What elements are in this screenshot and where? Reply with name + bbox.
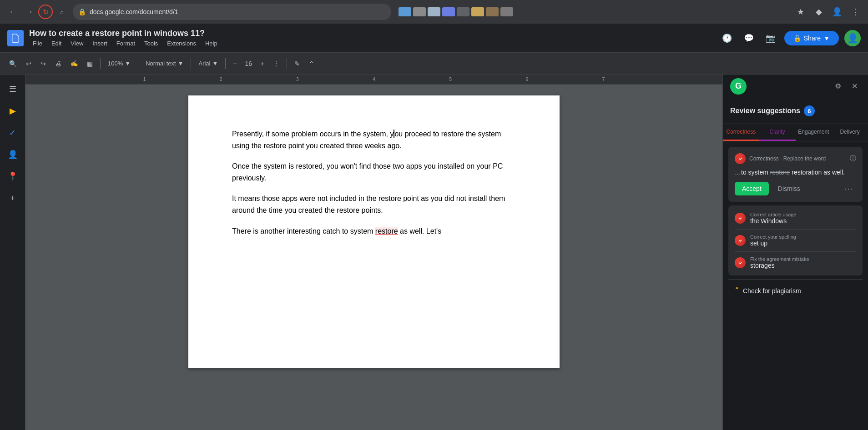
menu-format[interactable]: Format [113, 39, 139, 48]
menu-help[interactable]: Help [202, 39, 221, 48]
document-scroll-area[interactable]: Presently, if some problem occurs in the… [25, 85, 722, 430]
refresh-button[interactable]: ↻ [38, 5, 53, 19]
swatch-5 [457, 7, 469, 16]
mini-label-1: Correct article usage [750, 212, 856, 217]
grammarly-settings-button[interactable]: ⚙ [832, 80, 844, 93]
spellcheck-button[interactable]: ✍ [67, 56, 81, 71]
swatch-4 [442, 7, 455, 16]
chevron-up-button[interactable]: ⌃ [305, 56, 318, 71]
review-section: Review suggestions 6 [723, 98, 868, 124]
bookmark-button[interactable]: ★ [793, 5, 808, 19]
mini-icon-2 [735, 235, 746, 246]
menu-file[interactable]: File [29, 39, 46, 48]
redo-button[interactable]: ↪ [37, 56, 50, 71]
accept-button[interactable]: Accept [735, 182, 769, 195]
font-size-value[interactable]: 16 [242, 56, 256, 71]
font-size-control: − 16 + [229, 56, 267, 71]
docs-header: How to create a restore point in windows… [0, 24, 868, 53]
document-page[interactable]: Presently, if some problem occurs in the… [188, 95, 560, 368]
doc-title[interactable]: How to create a restore point in windows… [29, 29, 221, 38]
print-button[interactable]: 🖨 [51, 56, 65, 71]
toolbar-divider-4 [225, 58, 226, 69]
more-menu-button[interactable]: ⋮ [848, 5, 863, 19]
svg-point-5 [738, 260, 742, 265]
mini-content-1: Correct article usage the Windows [750, 212, 856, 225]
extensions-button[interactable]: ◆ [812, 5, 826, 19]
suggestion-body-text: …to system restore restoration as well. [735, 168, 856, 177]
more-actions-button[interactable]: ⋯ [841, 182, 856, 195]
dismiss-button[interactable]: Dismiss [772, 182, 806, 195]
color-swatches [399, 7, 513, 16]
plagiarism-text: Check for plagiarism [743, 287, 801, 295]
suggestion-actions: Accept Dismiss ⋯ [735, 182, 856, 195]
pencil-button[interactable]: ✎ [291, 56, 303, 71]
menu-edit[interactable]: Edit [48, 39, 65, 48]
more-text-options-button[interactable]: ⋮ [269, 56, 283, 71]
comments-button[interactable]: 💬 [741, 30, 757, 46]
ruler-mark-3: 3 [296, 77, 299, 82]
zoom-select[interactable]: 100% ▼ [104, 58, 134, 69]
grammarly-close-button[interactable]: ✕ [848, 80, 861, 93]
undo-button[interactable]: ↩ [22, 56, 35, 71]
doc-area-with-ruler: 1 2 3 4 5 6 7 Presently, if some problem… [25, 75, 722, 430]
main-area: ☰ ▶ ✓ 👤 📍 + 1 2 3 4 5 6 7 [0, 75, 868, 430]
mini-value-3: storages [750, 262, 856, 269]
meet-button[interactable]: 📷 [762, 30, 779, 46]
location-button[interactable]: 📍 [4, 167, 22, 185]
tab-clarity[interactable]: Clarity [759, 124, 796, 141]
swatch-2 [413, 7, 426, 16]
lock-icon: 🔒 [78, 8, 86, 15]
browser-chrome: ← → ↻ ⌂ 🔒 docs.google.com/document/d/1 ★… [0, 0, 868, 24]
mini-value-2: set up [750, 240, 856, 247]
search-toolbar-button[interactable]: 🔍 [5, 56, 20, 71]
info-icon[interactable]: ⓘ [850, 155, 856, 163]
tab-engagement-label: Engagement [797, 129, 830, 135]
menu-extensions[interactable]: Extensions [163, 39, 200, 48]
zoom-value: 100% [108, 60, 123, 67]
outline-toggle-button[interactable]: ☰ [4, 80, 22, 98]
forward-button[interactable]: → [22, 5, 36, 19]
menu-insert[interactable]: Insert [89, 39, 111, 48]
toolbar-divider-1 [100, 58, 101, 69]
mini-content-2: Correct your spelling set up [750, 234, 856, 247]
format-copy-button[interactable]: ▦ [83, 56, 96, 71]
task-list-button[interactable]: ✓ [4, 124, 22, 142]
history-button[interactable]: 🕐 [719, 30, 735, 46]
home-button[interactable]: ⌂ [55, 5, 69, 19]
tab-engagement[interactable]: Engagement [796, 124, 832, 141]
mini-suggestion-3[interactable]: Fix the agreement mistake storages [735, 252, 856, 274]
profile-button[interactable]: 👤 [830, 5, 844, 19]
menu-view[interactable]: View [67, 39, 87, 48]
share-button[interactable]: 🔒 Share ▼ [784, 31, 839, 45]
address-bar[interactable]: 🔒 docs.google.com/document/d/1 [73, 4, 391, 20]
toolbar-divider-2 [138, 58, 138, 69]
menu-tools[interactable]: Tools [141, 39, 161, 48]
decrease-font-button[interactable]: − [229, 56, 240, 71]
ruler-numbers: 1 2 3 4 5 6 7 [69, 77, 679, 82]
mini-value-1: the Windows [750, 217, 856, 225]
browser-right: ★ ◆ 👤 ⋮ [793, 5, 863, 19]
increase-font-button[interactable]: + [257, 56, 267, 71]
comments-sidebar-button[interactable]: ▶ [4, 102, 22, 120]
mini-icon-3 [735, 257, 746, 268]
ruler: 1 2 3 4 5 6 7 [25, 75, 722, 85]
docs-logo [7, 30, 24, 46]
plagiarism-section[interactable]: “ Check for plagiarism [728, 279, 863, 302]
swatch-1 [399, 7, 411, 16]
paragraph-style-select[interactable]: Normal text ▼ [142, 58, 187, 69]
back-button[interactable]: ← [5, 5, 20, 19]
mini-suggestion-2[interactable]: Correct your spelling set up [735, 230, 856, 252]
people-button[interactable]: 👤 [4, 145, 22, 164]
mini-suggestion-1[interactable]: Correct article usage the Windows [735, 207, 856, 230]
tab-correctness-label: Correctness [725, 129, 757, 135]
review-title: Review suggestions 6 [730, 105, 861, 116]
share-label: Share [804, 35, 821, 42]
font-select[interactable]: Arial ▼ [195, 58, 222, 69]
grammarly-header-icons: ⚙ ✕ [832, 80, 861, 93]
tab-delivery[interactable]: Delivery [832, 124, 868, 141]
highlighted-restore-word: restore [375, 227, 398, 235]
add-more-button[interactable]: + [4, 189, 22, 207]
mini-label-3: Fix the agreement mistake [750, 256, 856, 262]
tab-correctness[interactable]: Correctness [723, 124, 759, 141]
user-avatar: 👤 [844, 30, 861, 46]
